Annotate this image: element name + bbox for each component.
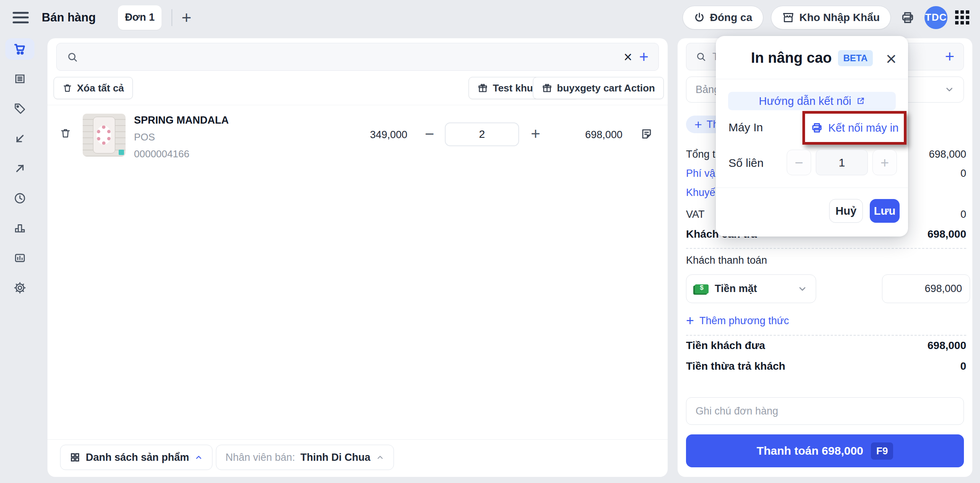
gift-icon (542, 83, 552, 93)
product-search-bar: × + (56, 43, 659, 71)
gear-icon (13, 281, 26, 294)
arrow-down-left-icon (14, 132, 26, 145)
popover-title: In nâng cao (751, 50, 832, 66)
sidebar-item-history[interactable] (5, 188, 34, 209)
copies-input[interactable] (816, 150, 867, 175)
unit-price[interactable]: 349,000 (315, 129, 407, 141)
sidebar-item-settings[interactable] (5, 277, 34, 299)
page-title: Bán hàng (42, 11, 96, 24)
promo-button-2[interactable]: buyxgety cart Action (533, 77, 664, 99)
tag-icon (13, 102, 26, 115)
qty-box (445, 122, 519, 146)
branch-button[interactable]: Kho Nhập Khẩu (771, 6, 891, 29)
external-link-icon (856, 96, 865, 106)
save-button[interactable]: Lưu (870, 199, 900, 223)
promo-label-2: buyxgety cart Action (557, 82, 655, 94)
product-list-label: Danh sách sản phẩm (86, 452, 189, 463)
power-icon (694, 12, 705, 23)
connection-guide-link[interactable]: Hướng dẫn kết nối (728, 92, 896, 110)
cart-panel: × + Xóa tất cả Test khuyến mãi buyxgety … (47, 38, 668, 477)
sidebar-item-reports[interactable] (5, 247, 34, 269)
product-channel: POS (134, 131, 155, 143)
beta-badge: BETA (838, 50, 873, 66)
menu-icon[interactable] (13, 12, 29, 23)
line-total: 698,000 (557, 129, 622, 141)
new-order-button[interactable]: + (181, 9, 191, 26)
section-divider (686, 248, 966, 249)
seller-selector[interactable]: Nhân viên bán: Thinh Di Chua (216, 445, 394, 470)
cancel-button[interactable]: Huỷ (829, 199, 863, 223)
checkout-label: Thanh toán 698,000 (757, 444, 863, 457)
close-icon[interactable]: × (886, 50, 897, 68)
payment-method-select[interactable]: Tiền mặt (686, 274, 816, 303)
product-code: 0000004166 (134, 148, 189, 160)
bar-chart-icon (13, 222, 26, 235)
receipt-icon (13, 72, 26, 85)
shortcut-badge: F9 (871, 442, 893, 460)
qty-input[interactable] (446, 123, 518, 145)
topbar-actions: Đóng ca Kho Nhập Khẩu TDC (683, 6, 980, 29)
change-row: Tiền thừa trả khách 0 (686, 359, 966, 374)
sidebar-item-receipt[interactable] (5, 68, 34, 90)
chevron-down-icon (944, 85, 954, 95)
popover-header: In nâng cao BETA (716, 50, 908, 66)
advanced-print-popover: In nâng cao BETA × Hướng dẫn kết nối Máy… (716, 36, 908, 237)
product-image (83, 114, 126, 157)
close-shift-button[interactable]: Đóng ca (683, 6, 763, 29)
add-customer-icon[interactable]: + (945, 49, 954, 65)
toolbar-divider (47, 105, 668, 105)
order-note-box (686, 397, 964, 425)
copies-box (816, 150, 868, 175)
remove-item-icon[interactable] (60, 127, 71, 139)
tab-divider (172, 9, 172, 26)
gift-icon (477, 83, 488, 93)
clock-icon (13, 192, 26, 205)
store-icon (782, 11, 794, 24)
product-list-toggle[interactable]: Danh sách sản phẩm (60, 445, 212, 470)
sidebar (0, 35, 40, 483)
order-note-input[interactable] (686, 398, 964, 424)
search-icon (696, 51, 706, 62)
grid-icon (70, 452, 80, 463)
pos-screen: Bán hàng Đơn 1 + Đóng ca Kho Nhập Khẩu T… (0, 0, 980, 483)
branch-label: Kho Nhập Khẩu (799, 11, 880, 24)
qty-decrease-button[interactable]: − (421, 126, 438, 142)
printer-field-label: Máy In (728, 121, 763, 134)
copies-field-label: Số liên (728, 157, 764, 170)
order-tab[interactable]: Đơn 1 (118, 5, 162, 30)
qty-increase-button[interactable]: + (527, 126, 544, 142)
chevron-up-icon (194, 453, 203, 462)
sidebar-item-outgoing[interactable] (5, 158, 34, 179)
copies-increase-button[interactable]: + (872, 150, 897, 175)
cart-line-item: SPRING MANDALA POS 0000004166 349,000 − … (47, 109, 668, 165)
sidebar-item-ranking[interactable] (5, 217, 34, 239)
report-icon (13, 251, 26, 264)
add-product-icon[interactable]: + (639, 49, 648, 65)
chevron-down-icon (797, 284, 807, 294)
copies-decrease-button[interactable]: − (787, 150, 811, 175)
given-row: Tiền khách đưa 698,000 (686, 338, 966, 353)
trash-icon (62, 83, 72, 93)
line-note-icon[interactable] (640, 127, 653, 140)
printer-icon[interactable] (900, 10, 915, 25)
topbar: Bán hàng Đơn 1 + Đóng ca Kho Nhập Khẩu T… (0, 0, 980, 35)
sidebar-item-pricing[interactable] (5, 98, 34, 119)
avatar[interactable]: TDC (924, 6, 947, 29)
payment-amount-input[interactable] (882, 275, 970, 303)
sidebar-item-incoming[interactable] (5, 128, 34, 149)
product-search-input[interactable] (85, 51, 617, 63)
guide-label: Hướng dẫn kết nối (759, 95, 851, 108)
apps-grid-icon[interactable] (955, 10, 969, 24)
checkout-button[interactable]: Thanh toán 698,000 F9 (686, 434, 964, 467)
chevron-up-icon (376, 453, 384, 462)
sidebar-item-cart[interactable] (5, 38, 34, 60)
connect-printer-link-annotated[interactable]: Kết nối máy in (802, 111, 906, 145)
add-payment-method-link[interactable]: + Thêm phương thức (686, 314, 789, 328)
search-icon (67, 51, 78, 63)
seller-label: Nhân viên bán: (225, 452, 295, 463)
popover-divider (716, 188, 908, 188)
clear-search-icon[interactable]: × (624, 50, 632, 64)
clear-all-button[interactable]: Xóa tất cả (54, 77, 133, 99)
footer-divider (47, 439, 668, 440)
cash-icon (695, 284, 709, 294)
